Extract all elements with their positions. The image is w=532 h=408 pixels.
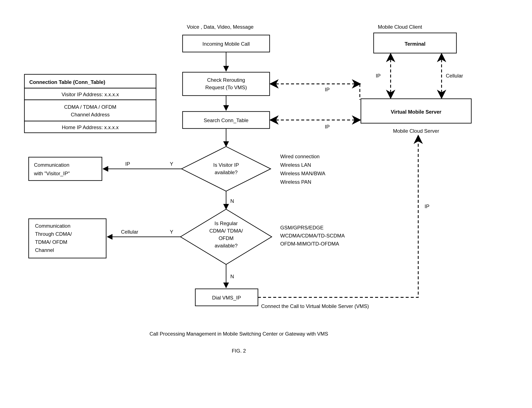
header-voice-data: Voice , Data, Video, Message: [187, 24, 253, 30]
connection-table-row3: Home IP Address: x.x.x.x: [62, 124, 119, 130]
caption: Call Processing Management in Mobile Swi…: [150, 331, 328, 337]
connection-table: Connection Table (Conn_Table) Visitor IP…: [25, 74, 156, 133]
d1-side-3: Wireless MAN/BWA: [280, 170, 325, 176]
figure-label: FIG. 2: [232, 348, 246, 354]
d1-y-label: Y: [170, 161, 173, 167]
d2-n-label: N: [230, 273, 234, 279]
d2-line2: CDMA/ TDMA/: [209, 228, 243, 234]
mobile-cloud-server-label: Mobile Cloud Server: [393, 128, 439, 134]
d2-y-label: Y: [170, 229, 173, 235]
comm-visitor-ip-line2: with "Visitor_IP": [34, 170, 70, 176]
cellular-label-terminal-vms: Cellular: [446, 73, 463, 79]
arrow-dial-to-vms: [258, 136, 418, 297]
d2-cellular-label: Cellular: [121, 229, 138, 235]
comm-visitor-ip-line1: Communication: [34, 162, 69, 168]
comm-visitor-ip-box: [29, 157, 102, 180]
virtual-mobile-server-label: Virtual Mobile Server: [391, 109, 441, 115]
terminal-label: Terminal: [405, 41, 425, 47]
check-rerouting-line2: Request (To VMS): [205, 85, 247, 90]
connection-table-row2b: Channel Address: [71, 112, 110, 118]
d2-line1: Is Regular: [214, 221, 238, 226]
d1-side-1: Wired connection: [280, 153, 319, 159]
d1-side-4: Wireless PAN: [280, 179, 311, 185]
d2-line3: OFDM: [219, 235, 234, 241]
connect-note: Connect the Call to Virtual Mobile Serve…: [261, 303, 369, 309]
ip-label-search-vms: IP: [325, 124, 330, 129]
d2-side-1: GSM/GPRS/EDGE: [280, 225, 324, 230]
dial-vms-ip-label: Dial VMS_IP: [212, 295, 241, 300]
decision-visitor-ip-line1: Is Visitor IP: [213, 162, 239, 168]
ip-label-terminal-vms: IP: [376, 73, 381, 79]
check-rerouting-box: [183, 72, 270, 96]
connection-table-row2a: CDMA / TDMA / OFDM: [64, 104, 116, 110]
d1-n-label: N: [230, 198, 234, 204]
decision-visitor-ip-line2: available?: [215, 170, 238, 175]
d2-side-3: OFDM-MIMO/TD-OFDMA: [280, 241, 339, 246]
incoming-mobile-call-label: Incoming Mobile Call: [202, 41, 250, 47]
comm-cdma-line2: Through CDMA/: [35, 231, 72, 237]
check-rerouting-line1: Check Rerouting: [207, 77, 245, 83]
d1-side-2: Wireless LAN: [280, 162, 311, 168]
d2-line4: available?: [215, 243, 238, 248]
decision-visitor-ip: [182, 146, 271, 191]
ip-label-check-vms: IP: [325, 87, 330, 92]
comm-cdma-line4: Channel: [35, 247, 54, 253]
header-mobile-cloud-client: Mobile Cloud Client: [378, 24, 422, 30]
comm-cdma-line1: Communication: [35, 223, 70, 229]
comm-cdma-line3: TDMA/ OFDM: [35, 239, 67, 245]
search-conn-table-label: Search Conn_Table: [204, 118, 249, 123]
svg-rect-2: [25, 100, 156, 121]
connection-table-header: Connection Table (Conn_Table): [29, 79, 105, 85]
diagram-canvas: Voice , Data, Video, Message Mobile Clou…: [0, 0, 532, 408]
d2-side-2: WCDMA/CDMA/TD-SCDMA: [280, 233, 345, 238]
connection-table-row1: Visitor IP Address: x.x.x.x: [62, 92, 119, 97]
ip-label-dial-vms: IP: [424, 204, 430, 209]
d1-ip-label: IP: [125, 161, 130, 167]
